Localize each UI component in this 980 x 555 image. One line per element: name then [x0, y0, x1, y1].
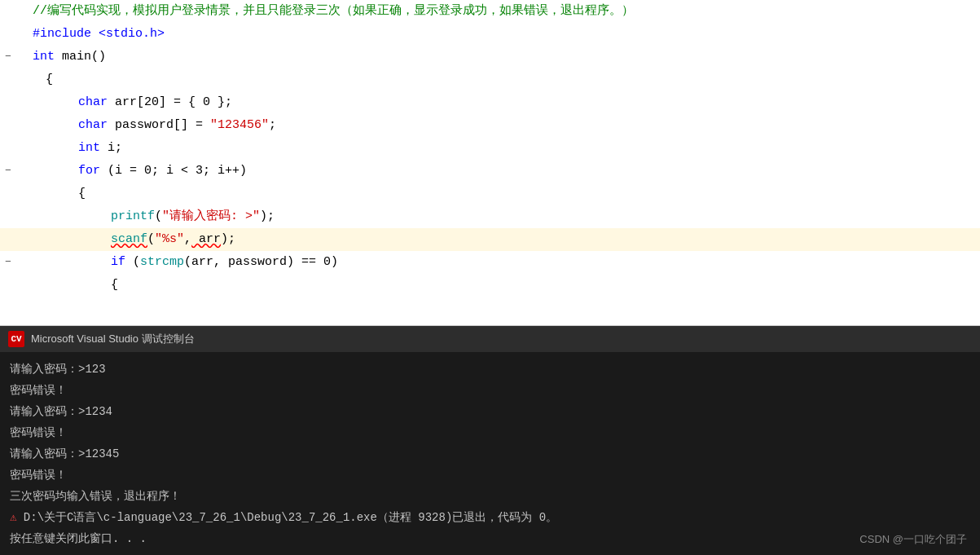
gutter12: − [0, 252, 18, 273]
gutter3: − [0, 46, 18, 68]
code-line-printf: printf("请输入密码: >"); [0, 205, 980, 228]
console-output-3: 请输入密码：>1234 [10, 401, 970, 422]
console-any-key: 按任意键关闭此窗口. . . [10, 528, 970, 549]
console-output-1: 请输入密码：>123 [10, 359, 970, 380]
console-output-5: 请输入密码：>12345 [10, 443, 970, 465]
minus-icon[interactable]: − [2, 46, 14, 68]
error-icon: ⚠ [10, 511, 16, 524]
console-window: CV Microsoft Visual Studio 调试控制台 请输入密码：>… [0, 326, 980, 555]
minus-icon2[interactable]: − [2, 161, 14, 182]
console-body: 请输入密码：>123 密码错误！ 请输入密码：>1234 密码错误！ 请输入密码… [0, 352, 980, 555]
console-path-line: ⚠ D:\关于C语言\c-language\23_7_26_1\Debug\23… [10, 507, 970, 528]
console-output-2: 密码错误！ [10, 380, 970, 401]
code-line-brace1: { [0, 68, 980, 91]
console-titlebar: CV Microsoft Visual Studio 调试控制台 [0, 326, 980, 352]
code-line-comment: //编写代码实现，模拟用户登录情景，并且只能登录三次（如果正确，显示登录成功，如… [0, 0, 980, 23]
minus-icon3[interactable]: − [2, 252, 14, 273]
console-output-4: 密码错误！ [10, 422, 970, 443]
code-line-brace2: { [0, 183, 980, 205]
console-output-6: 密码错误！ [10, 465, 970, 486]
code-line-include: #include <stdio.h> [0, 23, 980, 46]
console-title-text: Microsoft Visual Studio 调试控制台 [31, 332, 195, 346]
code-line-int-i: int i; [0, 137, 980, 160]
code-line-password: char password[] = "123456"; [0, 114, 980, 137]
vs-icon: CV [8, 331, 24, 347]
gutter8: − [0, 161, 18, 182]
code-line-brace3: { [0, 274, 980, 297]
code-line-main: − int main() [0, 46, 980, 68]
code-line-for: − for (i = 0; i < 3; i++) [0, 160, 980, 183]
code-line-scanf: scanf("%s", arr); [0, 228, 980, 251]
code-line-if: − if (strcmp(arr, password) == 0) [0, 251, 980, 274]
watermark: CSDN @一口吃个团子 [859, 532, 967, 547]
code-line-char-arr: char arr[20] = { 0 }; [0, 91, 980, 114]
console-output-7: 三次密码均输入错误，退出程序！ [10, 486, 970, 507]
comment-text: //编写代码实现，模拟用户登录情景，并且只能登录三次（如果正确，显示登录成功，如… [33, 4, 634, 18]
code-editor: //编写代码实现，模拟用户登录情景，并且只能登录三次（如果正确，显示登录成功，如… [0, 0, 980, 326]
path-text: D:\关于C语言\c-language\23_7_26_1\Debug\23_7… [24, 511, 557, 524]
